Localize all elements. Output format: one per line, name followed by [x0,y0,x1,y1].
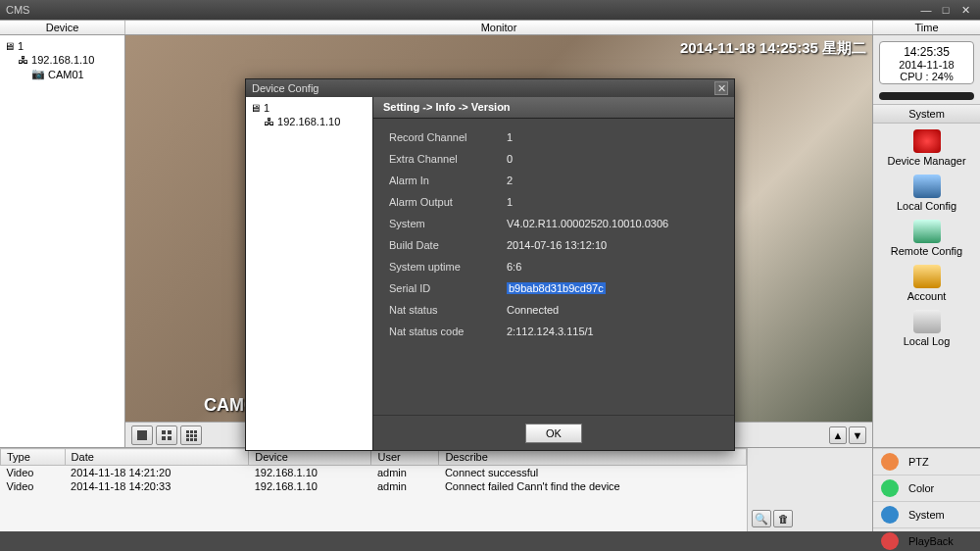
log-header[interactable]: Date [65,449,249,466]
system-button[interactable]: System [873,501,980,527]
right-actions: PTZColorSystemPlayBackAdvanceLogOut [872,448,980,531]
info-key: Record Channel [389,131,507,143]
maximize-button[interactable]: □ [937,3,955,17]
log-header[interactable]: Device [249,449,371,466]
svg-rect-11 [186,438,189,441]
info-row: SystemV4.02.R11.00002520.10010.0306 [389,213,718,234]
info-value: Connected [507,304,559,316]
close-button[interactable]: ✕ [956,3,974,17]
ptz-icon [881,453,899,471]
info-row: Nat statusConnected [389,299,718,321]
info-row: Build Date2014-07-16 13:12:10 [389,234,718,256]
info-row: Alarm Output1 [389,191,718,213]
device-manager-button[interactable]: Device Manager [873,124,980,169]
svg-rect-13 [194,438,197,441]
minimize-button[interactable]: — [917,3,935,17]
color-icon [881,479,899,497]
dialog-tree: 🖥 1 🖧 192.168.1.10 [246,97,373,450]
svg-rect-8 [186,434,189,437]
tree-ip[interactable]: 🖧 192.168.1.10 [4,53,121,67]
svg-rect-1 [162,430,166,434]
device-icon: 🖧 [264,116,274,127]
color-button[interactable]: Color [873,475,980,501]
dialog-titlebar[interactable]: Device Config ✕ [246,79,734,97]
dialog-tree-root[interactable]: 🖥 1 [250,101,368,115]
info-row: Extra Channel0 [389,148,718,170]
video-timestamp: 2014-11-18 14:25:35 星期二 [680,39,866,58]
cpu-bar [879,92,974,100]
local-log-button[interactable]: Local Log [873,304,980,349]
right-panel: 14:25:35 2014-11-18 CPU : 24% System Dev… [872,35,980,447]
app-title: CMS [6,4,915,16]
clock-cpu: CPU : 24% [880,71,973,82]
playback-icon [881,532,899,550]
svg-rect-10 [194,434,197,437]
info-value: V4.02.R11.00002520.10010.0306 [507,218,668,229]
local-config-button[interactable]: Local Config [873,169,980,214]
clear-button[interactable]: 🗑 [773,510,793,527]
tree-root[interactable]: 🖥 1 [4,39,121,53]
info-value: 1 [507,196,513,208]
svg-rect-4 [168,436,172,440]
info-value: 2014-07-16 13:12:10 [507,239,607,251]
label-monitor: Monitor [125,21,872,34]
info-key: Serial ID [389,282,507,294]
playback-button[interactable]: PlayBack [873,527,980,551]
device-icon: 🖧 [18,54,28,66]
system-icon [881,506,899,524]
info-key: Build Date [389,239,507,251]
info-key: Alarm In [389,175,507,186]
computer-icon: 🖥 [250,102,261,114]
tree-cam[interactable]: 📷 CAM01 [4,67,121,81]
system-items: Device Manager Local Config Remote Confi… [873,124,980,349]
log-header[interactable]: Describe [439,449,747,466]
info-key: System [389,218,507,229]
svg-rect-0 [137,430,147,440]
log-search-bar: 🔍 🗑 [747,448,872,531]
info-key: Extra Channel [389,153,507,165]
computer-icon: 🖥 [4,40,15,52]
info-row: Serial IDb9bab8d31b9cd97c [389,277,718,299]
ok-button[interactable]: OK [525,424,582,443]
info-value[interactable]: b9bab8d31b9cd97c [507,282,606,294]
label-device: Device [0,21,125,34]
layout-1x1-button[interactable] [131,426,153,445]
layout-2x2-button[interactable] [156,426,177,445]
log-row[interactable]: Video2014-11-18 14:21:20192.168.1.10admi… [1,466,747,480]
dialog-tree-ip[interactable]: 🖧 192.168.1.10 [250,115,368,128]
info-value: 0 [507,153,513,165]
version-info: Record Channel1Extra Channel0Alarm In2Al… [373,119,734,415]
page-up-button[interactable]: ▲ [829,426,847,444]
log-header[interactable]: User [371,449,439,466]
search-button[interactable]: 🔍 [752,510,771,527]
remote-config-button[interactable]: Remote Config [873,214,980,259]
info-row: System uptime6:6 [389,256,718,277]
page-down-button[interactable]: ▼ [849,426,866,444]
log-header[interactable]: Type [1,449,66,466]
svg-rect-7 [194,430,197,433]
info-value: 2 [507,175,513,186]
header-labels: Device Monitor Time [0,20,980,35]
clock: 14:25:35 2014-11-18 CPU : 24% [879,41,974,84]
system-header: System [873,104,980,124]
info-value: 6:6 [507,261,521,273]
device-config-dialog: Device Config ✕ 🖥 1 🖧 192.168.1.10 Setti… [245,78,735,451]
clock-date: 2014-11-18 [880,59,973,71]
info-key: Nat status code [389,326,507,337]
device-tree: 🖥 1 🖧 192.168.1.10 📷 CAM01 [0,35,125,447]
dialog-close-button[interactable]: ✕ [714,81,728,95]
camera-icon: 📷 [31,68,45,80]
info-value: 2:112.124.3.115/1 [507,326,594,337]
layout-3x3-button[interactable] [180,426,202,445]
svg-rect-5 [186,430,189,433]
window-titlebar: CMS — □ ✕ [0,0,980,20]
svg-rect-3 [162,436,166,440]
account-button[interactable]: Account [873,259,980,304]
ptz-button[interactable]: PTZ [873,448,980,475]
clock-time: 14:25:35 [880,45,973,59]
svg-rect-2 [168,430,172,434]
info-row: Record Channel1 [389,126,718,148]
info-value: 1 [507,131,513,143]
info-key: Alarm Output [389,196,507,208]
log-row[interactable]: Video2014-11-18 14:20:33192.168.1.10admi… [1,479,747,493]
